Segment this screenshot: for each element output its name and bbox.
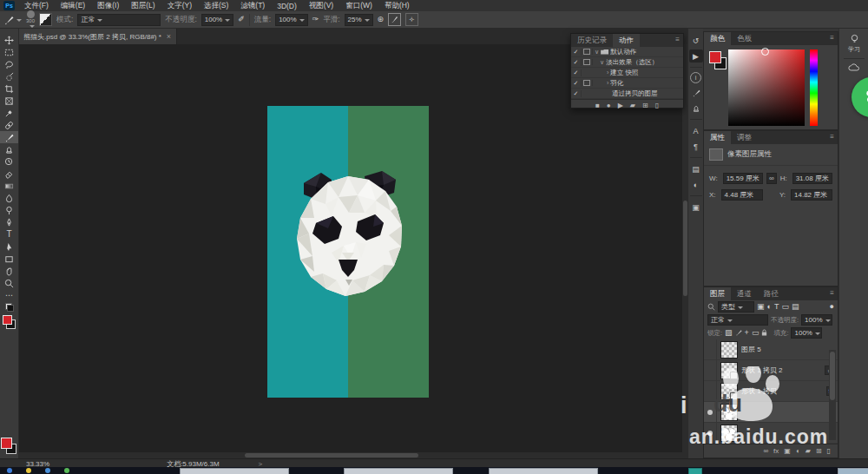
tab-adjustments[interactable]: 调整: [731, 131, 758, 144]
menu-filter[interactable]: 滤镜(T): [234, 1, 271, 11]
menu-3d[interactable]: 3D(D): [271, 2, 303, 10]
layer-thumbnail[interactable]: [720, 362, 738, 379]
tool-frame[interactable]: [0, 95, 18, 107]
menu-window[interactable]: 窗口(W): [339, 1, 378, 11]
x-value[interactable]: 4.48 厘米: [721, 189, 763, 201]
tool-shape[interactable]: [0, 253, 18, 265]
tool-eraser[interactable]: [0, 168, 18, 180]
learn-label[interactable]: 学习: [848, 45, 860, 54]
lock-position-icon[interactable]: +: [745, 329, 749, 337]
layer-thumbnail[interactable]: [720, 383, 738, 400]
layer-name[interactable]: 形状 1 拷贝: [741, 386, 777, 396]
tab-channels[interactable]: 通道: [731, 287, 758, 300]
lock-artboard-icon[interactable]: ▭: [752, 329, 760, 337]
symmetry-icon[interactable]: 🝊: [405, 13, 418, 26]
action-dialog-toggle[interactable]: [582, 49, 593, 55]
taskbar-window-button[interactable]: [344, 468, 453, 474]
close-tab-icon[interactable]: ×: [167, 32, 171, 41]
saturation-brightness-field[interactable]: [728, 49, 805, 126]
adjustments-panel-icon[interactable]: ◐: [689, 178, 703, 191]
delete-layer-icon[interactable]: ▯: [827, 447, 831, 455]
pressure-size-icon[interactable]: [388, 13, 401, 26]
foreground-color-swatch[interactable]: [1, 438, 16, 454]
layer-thumbnail[interactable]: [720, 341, 738, 359]
action-check-icon[interactable]: ✓: [571, 80, 582, 87]
delete-icon[interactable]: ▯: [655, 102, 659, 109]
panel-menu-icon[interactable]: ≡: [826, 32, 838, 45]
clone-source-panel-icon[interactable]: [689, 102, 703, 115]
menu-help[interactable]: 帮助(H): [378, 1, 416, 11]
tool-brush[interactable]: [0, 131, 18, 143]
menu-view[interactable]: 视图(V): [303, 1, 339, 11]
opacity-select[interactable]: 100%: [201, 14, 233, 26]
artboard[interactable]: [267, 106, 429, 398]
filter-shape-icon[interactable]: ▭: [781, 303, 789, 311]
document-tab[interactable]: 熊猫头.psd @ 33.3%(图层 2 拷贝, RGB/8#) * ×: [18, 29, 177, 44]
layer-row-5[interactable]: 图层 5: [704, 339, 838, 360]
layer-opacity-select[interactable]: 100%: [801, 314, 832, 326]
flow-select[interactable]: 100%: [275, 14, 307, 26]
taskbar-icon[interactable]: [7, 468, 12, 473]
smoothing-select[interactable]: 25%: [345, 14, 373, 26]
smoothing-options-gear-icon[interactable]: ⊛: [378, 16, 385, 23]
layer-blend-mode-select[interactable]: 正常: [707, 314, 768, 326]
brush-size-picker[interactable]: 300: [26, 10, 35, 29]
brush-settings-panel-icon[interactable]: [689, 86, 703, 99]
tool-quick-selection[interactable]: [0, 70, 18, 82]
tool-type[interactable]: T: [0, 228, 18, 240]
character-panel-icon[interactable]: A: [689, 124, 703, 137]
layer-fill-select[interactable]: 100%: [791, 327, 822, 339]
tool-pen[interactable]: [0, 216, 18, 228]
brush-tool-preset[interactable]: [3, 15, 22, 25]
new-set-folder-icon[interactable]: ▰: [630, 102, 635, 109]
tool-history-brush[interactable]: [0, 155, 18, 168]
action-row-make-snapshot[interactable]: ✓ › 建立 快照: [571, 68, 683, 78]
taskbar-icon[interactable]: [45, 468, 50, 473]
action-check-icon[interactable]: ✓: [571, 90, 582, 97]
menu-file[interactable]: 文件(F): [18, 1, 55, 11]
link-dimensions-icon[interactable]: ∞: [766, 173, 777, 184]
action-check-icon[interactable]: ✓: [571, 49, 582, 56]
tool-path-selection[interactable]: [0, 240, 18, 253]
layer-visibility-toggle[interactable]: [704, 381, 717, 401]
layer-row-shape1-copy[interactable]: 形状 1 拷贝 fx: [704, 381, 838, 402]
actions-panel-icon[interactable]: ▶: [689, 49, 703, 63]
toolbar-ellipsis[interactable]: ⋯: [0, 289, 18, 301]
action-check-icon[interactable]: ✓: [571, 59, 582, 66]
taskbar-icon[interactable]: [26, 468, 31, 473]
menu-edit[interactable]: 编辑(E): [55, 1, 91, 11]
link-layers-icon[interactable]: ∞: [763, 447, 768, 455]
adjustment-layer-icon[interactable]: ◐: [796, 447, 800, 455]
tab-paths[interactable]: 路径: [758, 287, 785, 300]
layer-style-icon[interactable]: fx: [773, 447, 779, 455]
pressure-opacity-icon[interactable]: ✐: [238, 16, 245, 23]
layer-row-selected[interactable]: [704, 402, 838, 423]
width-value[interactable]: 15.59 厘米: [723, 173, 763, 184]
default-colors-icon[interactable]: [0, 301, 18, 313]
foreground-background-swatches[interactable]: [0, 313, 18, 331]
filter-smart-object-icon[interactable]: ▤: [792, 303, 799, 311]
taskbar-icon[interactable]: [688, 468, 702, 474]
new-layer-icon[interactable]: ⊞: [816, 447, 822, 455]
expander-icon[interactable]: ∨: [600, 59, 604, 66]
libraries-panel-icon[interactable]: ▤: [689, 162, 703, 175]
info-panel-icon[interactable]: i: [690, 72, 701, 83]
hue-slider[interactable]: [810, 49, 818, 126]
filter-pixel-icon[interactable]: ▣: [757, 303, 765, 311]
action-dialog-toggle[interactable]: [582, 59, 593, 65]
filter-adjustment-icon[interactable]: ◐: [767, 303, 772, 311]
panel-menu-icon[interactable]: ≡: [672, 34, 683, 47]
paragraph-panel-icon[interactable]: ¶: [689, 140, 703, 153]
tool-move[interactable]: [0, 34, 18, 46]
tool-crop[interactable]: [0, 82, 18, 95]
tool-clone-stamp[interactable]: [0, 143, 18, 155]
tool-healing-brush[interactable]: [0, 119, 18, 131]
layer-name[interactable]: 图层 5: [741, 345, 761, 354]
stop-icon[interactable]: ■: [595, 102, 600, 109]
blend-mode-select[interactable]: 正常: [77, 14, 161, 26]
tool-dodge[interactable]: [0, 204, 18, 216]
layers-scrollbar[interactable]: [829, 350, 836, 440]
expander-icon[interactable]: ›: [607, 69, 608, 76]
action-check-icon[interactable]: ✓: [571, 69, 582, 76]
tool-marquee[interactable]: [0, 46, 18, 58]
